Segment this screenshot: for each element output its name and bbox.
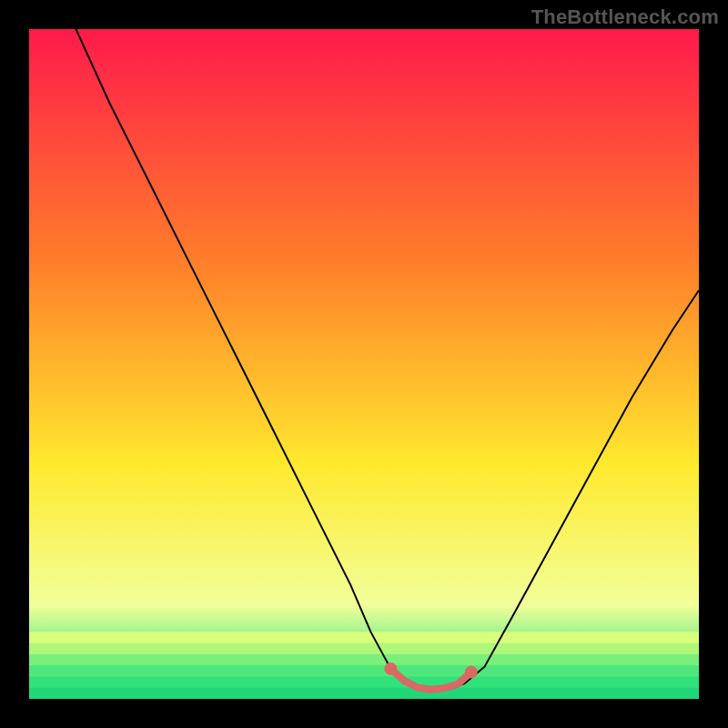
band [29, 677, 699, 689]
highlight-endpoint-right [465, 666, 478, 679]
bottom-bands [29, 632, 699, 699]
plot-svg [29, 29, 699, 699]
band [29, 688, 699, 699]
chart-stage: TheBottleneck.com [0, 0, 728, 728]
band [29, 643, 699, 655]
highlight-endpoint-left [384, 662, 397, 675]
band [29, 632, 699, 643]
band [29, 654, 699, 666]
gradient-background [29, 29, 699, 699]
plot-area [29, 29, 699, 699]
watermark-text: TheBottleneck.com [531, 5, 719, 29]
band [29, 665, 699, 677]
